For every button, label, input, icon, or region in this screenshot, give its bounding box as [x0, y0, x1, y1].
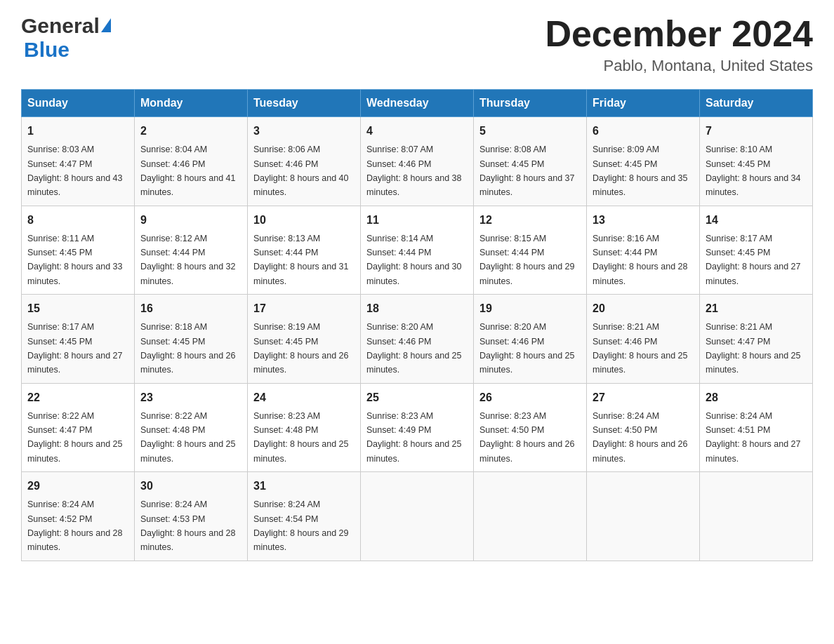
day-number: 2	[140, 123, 241, 140]
day-info: Sunrise: 8:03 AMSunset: 4:47 PMDaylight:…	[27, 145, 123, 197]
logo-triangle-icon	[101, 18, 111, 32]
calendar-cell: 21 Sunrise: 8:21 AMSunset: 4:47 PMDaylig…	[700, 295, 813, 384]
day-number: 28	[706, 389, 807, 406]
day-number: 16	[140, 300, 241, 317]
day-info: Sunrise: 8:19 AMSunset: 4:45 PMDaylight:…	[253, 322, 349, 375]
day-info: Sunrise: 8:22 AMSunset: 4:47 PMDaylight:…	[27, 411, 123, 464]
day-number: 18	[366, 300, 468, 317]
page-header: General Blue December 2024 Pablo, Montan…	[21, 14, 813, 75]
day-number: 12	[479, 212, 581, 229]
day-number: 10	[253, 212, 355, 229]
calendar-cell: 18 Sunrise: 8:20 AMSunset: 4:46 PMDaylig…	[361, 295, 474, 384]
calendar-cell: 11 Sunrise: 8:14 AMSunset: 4:44 PMDaylig…	[361, 206, 474, 295]
day-number: 24	[253, 389, 355, 406]
calendar-title: December 2024	[545, 14, 813, 54]
col-saturday: Saturday	[700, 90, 813, 117]
day-info: Sunrise: 8:23 AMSunset: 4:50 PMDaylight:…	[479, 411, 575, 464]
calendar-week-row: 15 Sunrise: 8:17 AMSunset: 4:45 PMDaylig…	[22, 295, 813, 384]
day-info: Sunrise: 8:12 AMSunset: 4:44 PMDaylight:…	[140, 234, 236, 286]
day-number: 4	[366, 123, 468, 140]
day-info: Sunrise: 8:16 AMSunset: 4:44 PMDaylight:…	[593, 234, 688, 286]
day-info: Sunrise: 8:18 AMSunset: 4:45 PMDaylight:…	[140, 322, 236, 375]
day-info: Sunrise: 8:21 AMSunset: 4:46 PMDaylight:…	[593, 322, 688, 375]
calendar-cell: 5 Sunrise: 8:08 AMSunset: 4:45 PMDayligh…	[474, 117, 587, 206]
day-info: Sunrise: 8:14 AMSunset: 4:44 PMDaylight:…	[366, 234, 462, 286]
day-info: Sunrise: 8:15 AMSunset: 4:44 PMDaylight:…	[479, 234, 575, 286]
day-number: 5	[479, 123, 581, 140]
calendar-week-row: 29 Sunrise: 8:24 AMSunset: 4:52 PMDaylig…	[22, 472, 813, 561]
day-info: Sunrise: 8:23 AMSunset: 4:48 PMDaylight:…	[253, 411, 349, 464]
day-info: Sunrise: 8:23 AMSunset: 4:49 PMDaylight:…	[366, 411, 462, 464]
calendar-cell: 16 Sunrise: 8:18 AMSunset: 4:45 PMDaylig…	[135, 295, 248, 384]
calendar-cell: 22 Sunrise: 8:22 AMSunset: 4:47 PMDaylig…	[22, 383, 135, 472]
day-info: Sunrise: 8:17 AMSunset: 4:45 PMDaylight:…	[706, 234, 801, 286]
calendar-cell	[700, 472, 813, 561]
calendar-cell: 28 Sunrise: 8:24 AMSunset: 4:51 PMDaylig…	[700, 383, 813, 472]
day-info: Sunrise: 8:22 AMSunset: 4:48 PMDaylight:…	[140, 411, 236, 464]
day-info: Sunrise: 8:07 AMSunset: 4:46 PMDaylight:…	[366, 145, 462, 197]
calendar-cell: 26 Sunrise: 8:23 AMSunset: 4:50 PMDaylig…	[474, 383, 587, 472]
day-number: 3	[253, 123, 355, 140]
col-sunday: Sunday	[22, 90, 135, 117]
calendar-week-row: 8 Sunrise: 8:11 AMSunset: 4:45 PMDayligh…	[22, 206, 813, 295]
day-info: Sunrise: 8:06 AMSunset: 4:46 PMDaylight:…	[253, 145, 349, 197]
day-number: 17	[253, 300, 355, 317]
calendar-cell: 24 Sunrise: 8:23 AMSunset: 4:48 PMDaylig…	[248, 383, 361, 472]
calendar-cell: 4 Sunrise: 8:07 AMSunset: 4:46 PMDayligh…	[361, 117, 474, 206]
day-number: 22	[27, 389, 128, 406]
calendar-cell: 10 Sunrise: 8:13 AMSunset: 4:44 PMDaylig…	[248, 206, 361, 295]
calendar-cell: 31 Sunrise: 8:24 AMSunset: 4:54 PMDaylig…	[248, 472, 361, 561]
calendar-cell: 25 Sunrise: 8:23 AMSunset: 4:49 PMDaylig…	[361, 383, 474, 472]
day-info: Sunrise: 8:24 AMSunset: 4:51 PMDaylight:…	[706, 411, 801, 464]
calendar-cell: 17 Sunrise: 8:19 AMSunset: 4:45 PMDaylig…	[248, 295, 361, 384]
day-info: Sunrise: 8:24 AMSunset: 4:53 PMDaylight:…	[140, 499, 236, 552]
day-number: 6	[593, 123, 694, 140]
col-thursday: Thursday	[474, 90, 587, 117]
day-number: 19	[479, 300, 581, 317]
calendar-cell: 14 Sunrise: 8:17 AMSunset: 4:45 PMDaylig…	[700, 206, 813, 295]
day-number: 31	[253, 478, 355, 495]
calendar-week-row: 22 Sunrise: 8:22 AMSunset: 4:47 PMDaylig…	[22, 383, 813, 472]
logo-blue: Blue	[24, 38, 70, 62]
calendar-cell	[474, 472, 587, 561]
calendar-cell: 29 Sunrise: 8:24 AMSunset: 4:52 PMDaylig…	[22, 472, 135, 561]
day-number: 14	[706, 212, 807, 229]
calendar-cell: 7 Sunrise: 8:10 AMSunset: 4:45 PMDayligh…	[700, 117, 813, 206]
day-number: 23	[140, 389, 241, 406]
calendar-cell: 1 Sunrise: 8:03 AMSunset: 4:47 PMDayligh…	[22, 117, 135, 206]
title-block: December 2024 Pablo, Montana, United Sta…	[545, 14, 813, 75]
day-number: 8	[27, 212, 128, 229]
calendar-cell: 6 Sunrise: 8:09 AMSunset: 4:45 PMDayligh…	[587, 117, 700, 206]
day-number: 15	[27, 300, 128, 317]
day-number: 1	[27, 123, 128, 140]
day-info: Sunrise: 8:24 AMSunset: 4:54 PMDaylight:…	[253, 499, 349, 552]
day-info: Sunrise: 8:24 AMSunset: 4:52 PMDaylight:…	[27, 499, 123, 552]
logo-general: General	[21, 14, 100, 38]
day-number: 26	[479, 389, 581, 406]
day-number: 13	[593, 212, 694, 229]
calendar-header-row: Sunday Monday Tuesday Wednesday Thursday…	[22, 90, 813, 117]
day-number: 29	[27, 478, 128, 495]
calendar-table: Sunday Monday Tuesday Wednesday Thursday…	[21, 89, 813, 561]
day-info: Sunrise: 8:21 AMSunset: 4:47 PMDaylight:…	[706, 322, 801, 375]
day-number: 21	[706, 300, 807, 317]
calendar-cell: 19 Sunrise: 8:20 AMSunset: 4:46 PMDaylig…	[474, 295, 587, 384]
day-info: Sunrise: 8:20 AMSunset: 4:46 PMDaylight:…	[366, 322, 462, 375]
day-info: Sunrise: 8:20 AMSunset: 4:46 PMDaylight:…	[479, 322, 575, 375]
day-info: Sunrise: 8:10 AMSunset: 4:45 PMDaylight:…	[706, 145, 801, 197]
calendar-cell: 13 Sunrise: 8:16 AMSunset: 4:44 PMDaylig…	[587, 206, 700, 295]
calendar-cell: 27 Sunrise: 8:24 AMSunset: 4:50 PMDaylig…	[587, 383, 700, 472]
day-info: Sunrise: 8:04 AMSunset: 4:46 PMDaylight:…	[140, 145, 236, 197]
logo: General Blue	[21, 14, 111, 62]
calendar-cell	[587, 472, 700, 561]
calendar-cell: 23 Sunrise: 8:22 AMSunset: 4:48 PMDaylig…	[135, 383, 248, 472]
day-number: 7	[706, 123, 807, 140]
col-monday: Monday	[135, 90, 248, 117]
calendar-cell: 12 Sunrise: 8:15 AMSunset: 4:44 PMDaylig…	[474, 206, 587, 295]
day-number: 30	[140, 478, 241, 495]
calendar-week-row: 1 Sunrise: 8:03 AMSunset: 4:47 PMDayligh…	[22, 117, 813, 206]
day-info: Sunrise: 8:08 AMSunset: 4:45 PMDaylight:…	[479, 145, 575, 197]
day-info: Sunrise: 8:09 AMSunset: 4:45 PMDaylight:…	[593, 145, 688, 197]
calendar-cell	[361, 472, 474, 561]
calendar-cell: 9 Sunrise: 8:12 AMSunset: 4:44 PMDayligh…	[135, 206, 248, 295]
